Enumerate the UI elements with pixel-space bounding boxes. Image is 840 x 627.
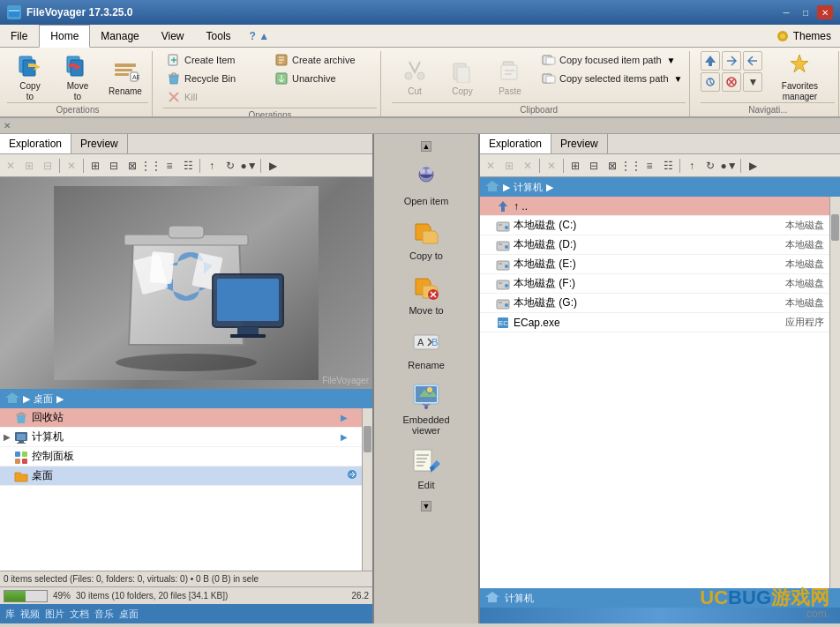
left-tab-preview[interactable]: Preview <box>71 134 128 153</box>
mid-viewer-button[interactable]: Embedded viewer <box>382 377 470 439</box>
cut-button[interactable]: Cut <box>392 51 438 101</box>
nav-btn-1[interactable] <box>701 51 720 71</box>
right-tb-btn-6[interactable]: ⊟ <box>585 157 603 175</box>
right-file-row-c[interactable]: 本地磁盘 (C:) 本地磁盘 <box>480 216 829 235</box>
right-scrollbar[interactable] <box>829 197 840 588</box>
right-tb-btn-5[interactable]: ⊞ <box>566 157 584 175</box>
quick-tab-video[interactable]: 视频 <box>20 608 40 621</box>
right-file-row-d[interactable]: 本地磁盘 (D:) 本地磁盘 <box>480 235 829 255</box>
favorites-button[interactable]: Favorites manager <box>764 51 835 101</box>
left-tb-btn-5[interactable]: ⊞ <box>86 157 104 175</box>
left-tb-btn-13[interactable]: ●▼ <box>240 157 258 175</box>
right-tb-btn-13[interactable]: ●▼ <box>720 157 738 175</box>
left-tb-btn-1[interactable]: ✕ <box>2 157 19 175</box>
left-tb-btn-3[interactable]: ⊟ <box>39 157 56 175</box>
left-file-row-recycle[interactable]: 回收站 ▶ <box>0 408 362 428</box>
right-tab-exploration[interactable]: Exploration <box>480 134 551 153</box>
mid-copy-to-button[interactable]: Copy to <box>382 213 470 265</box>
middle-scroll-up[interactable]: ▲ <box>421 141 431 152</box>
nav-btn-2[interactable] <box>722 51 741 71</box>
left-progress-fill <box>4 591 26 601</box>
quick-tab-desktop[interactable]: 桌面 <box>119 608 139 621</box>
quick-tab-music[interactable]: 音乐 <box>94 608 114 621</box>
help-button[interactable]: ? ▲ <box>243 25 277 47</box>
nav-btn-6[interactable]: ▼ <box>743 72 762 92</box>
mid-rename-button[interactable]: A B Rename <box>382 323 470 374</box>
left-tab-exploration[interactable]: Exploration <box>0 134 71 153</box>
right-tb-btn-11[interactable]: ↑ <box>683 157 701 175</box>
left-file-row-desktop[interactable]: 桌面 <box>0 467 362 486</box>
copy-selected-path-arrow: ▼ <box>674 74 683 84</box>
right-tb-btn-4[interactable]: ✕ <box>543 157 560 175</box>
right-file-row-ecap[interactable]: EC ECap.exe 应用程序 <box>480 313 829 332</box>
right-scroll-thumb[interactable] <box>831 214 839 241</box>
copy-selected-path-button[interactable]: Copy selected items path ▼ <box>538 70 686 87</box>
menu-view[interactable]: View <box>151 25 196 47</box>
nav-btn-4[interactable] <box>701 72 720 92</box>
left-scroll-thumb[interactable] <box>364 426 371 452</box>
left-tb-btn-11[interactable]: ↑ <box>203 157 221 175</box>
quick-tab-lib[interactable]: 库 <box>5 608 15 621</box>
panel-close-button[interactable]: ✕ <box>4 121 11 131</box>
middle-scroll-down[interactable]: ▼ <box>421 501 431 511</box>
mid-edit-button[interactable]: Edit <box>382 443 470 494</box>
kill-button[interactable]: Kill <box>163 88 269 106</box>
menu-manage[interactable]: Manage <box>90 25 150 47</box>
copy-focused-path-button[interactable]: Copy focused item path ▼ <box>538 51 686 69</box>
left-tb-btn-6[interactable]: ⊟ <box>105 157 123 175</box>
right-breadcrumb-root[interactable]: ▶ <box>503 182 510 193</box>
left-tb-btn-7[interactable]: ⊠ <box>124 157 141 175</box>
app-ecap-icon: EC <box>496 316 510 330</box>
menu-file[interactable]: File <box>0 25 39 47</box>
open-item-button[interactable]: Open item <box>382 159 470 210</box>
right-tb-btn-8[interactable]: ⋮⋮ <box>622 157 640 175</box>
left-tb-btn-14[interactable]: ▶ <box>264 157 281 175</box>
close-button[interactable]: ✕ <box>817 5 833 19</box>
right-tab-preview[interactable]: Preview <box>551 134 608 153</box>
themes-button[interactable]: Themes <box>767 25 840 47</box>
left-scrollbar[interactable] <box>362 408 372 571</box>
menu-home[interactable]: Home <box>39 25 90 48</box>
nav-btn-5[interactable] <box>722 72 741 92</box>
left-breadcrumb-desktop[interactable]: ▶ <box>56 393 64 405</box>
right-file-row-up[interactable]: ↑ .. <box>480 197 829 216</box>
copy-button[interactable]: Copy <box>439 51 485 101</box>
minimize-button[interactable]: ─ <box>778 5 794 19</box>
left-breadcrumb: ▶ 桌面 ▶ <box>0 389 372 408</box>
left-file-row-control[interactable]: 控制面板 <box>0 447 362 467</box>
copy-to-button[interactable]: Copy to <box>7 51 53 101</box>
menu-tools[interactable]: Tools <box>196 25 243 47</box>
expand-computer: ▶ <box>4 432 14 442</box>
right-file-row-f[interactable]: 本地磁盘 (F:) 本地磁盘 <box>480 274 829 294</box>
right-tb-btn-7[interactable]: ⊠ <box>604 157 621 175</box>
right-tb-btn-9[interactable]: ≡ <box>641 157 658 175</box>
right-tb-btn-1[interactable]: ✕ <box>482 157 499 175</box>
right-tb-btn-12[interactable]: ↻ <box>701 157 719 175</box>
left-tb-btn-9[interactable]: ≡ <box>161 157 178 175</box>
quick-tab-doc[interactable]: 文档 <box>70 608 89 621</box>
quick-tab-pic[interactable]: 图片 <box>45 608 64 621</box>
left-tb-btn-8[interactable]: ⋮⋮ <box>142 157 160 175</box>
right-tb-btn-10[interactable]: ☷ <box>659 157 677 175</box>
maximize-button[interactable]: □ <box>798 5 814 19</box>
nav-btn-3[interactable] <box>743 51 762 71</box>
left-tb-btn-2[interactable]: ⊞ <box>20 157 38 175</box>
left-tb-btn-10[interactable]: ☷ <box>179 157 197 175</box>
right-tb-btn-3[interactable]: ✕ <box>519 157 536 175</box>
create-item-button[interactable]: Create Item <box>163 51 269 69</box>
left-tb-btn-12[interactable]: ↻ <box>221 157 239 175</box>
create-archive-button[interactable]: Create archive <box>271 51 377 69</box>
right-tb-btn-2[interactable]: ⊞ <box>500 157 518 175</box>
move-to-button[interactable]: Move to <box>55 51 101 101</box>
left-file-row-computer[interactable]: ▶ 计算机 ▶ <box>0 428 362 447</box>
right-file-row-g[interactable]: 本地磁盘 (G:) 本地磁盘 <box>480 294 829 313</box>
paste-button[interactable]: Paste <box>487 51 533 101</box>
left-tb-btn-4[interactable]: ✕ <box>63 157 80 175</box>
unarchive-button[interactable]: Unarchive <box>271 70 377 87</box>
right-tb-btn-14[interactable]: ▶ <box>744 157 761 175</box>
right-file-row-e[interactable]: 本地磁盘 (E:) 本地磁盘 <box>480 255 829 274</box>
rename-button[interactable]: AB Rename <box>102 51 148 101</box>
recycle-bin-button[interactable]: Recycle Bin <box>163 70 269 87</box>
left-breadcrumb-root[interactable]: ▶ <box>23 393 30 405</box>
mid-move-to-button[interactable]: Move to <box>382 268 470 319</box>
